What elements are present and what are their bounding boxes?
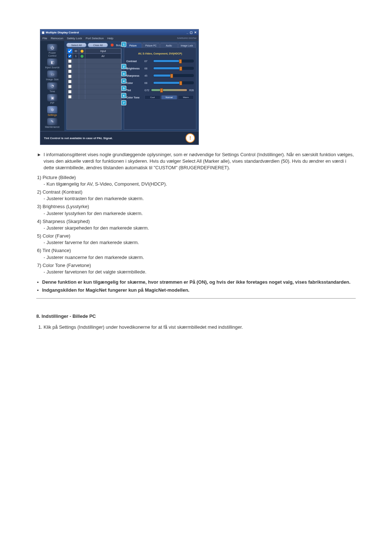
row-input: AV [85, 54, 121, 58]
item-title: Picture (Billede) [42, 175, 76, 180]
divider [36, 298, 356, 299]
display-grid[interactable]: ID Input 1 AV [66, 48, 122, 130]
busy-indicator-icon [111, 44, 114, 46]
bullet-item: Denne funktion er kun tilgængelig for sk… [37, 279, 356, 285]
item-title: Color (Farve) [42, 233, 70, 239]
tab-picture-pc[interactable]: Picture PC [142, 43, 160, 48]
tone-warm[interactable]: Warm [178, 95, 194, 100]
sharpness-control[interactable]: Sharpness 45 [126, 72, 194, 79]
color-tone-label: Color Tone [126, 96, 143, 99]
item-desc: - Kun tilgængelig for AV, S-Video, Compo… [44, 181, 356, 187]
brand-label: SAMSUNG DIGITall [177, 37, 196, 39]
item-num: 5) [37, 233, 41, 239]
contrast-slider[interactable] [153, 60, 194, 62]
sidebar-item-input-source[interactable]: ◧Input Source [44, 58, 60, 69]
table-row[interactable] [67, 69, 121, 74]
app-window: ▦Multiple Display Control _ ▢ ✕ File Rem… [40, 29, 199, 145]
busy-label: Busy [116, 44, 122, 46]
tint-control[interactable]: Tint G72 R28 [126, 87, 194, 93]
brightness-value: 68 [144, 67, 152, 70]
sidebar-item-image-size[interactable]: ▭Image Size [44, 70, 60, 81]
item-num: 1) [37, 175, 41, 180]
table-row[interactable] [67, 74, 121, 79]
arrow-icon: ▶ [38, 151, 41, 171]
sidebar-item-power-control[interactable]: ⏻Power Control [44, 44, 60, 57]
menu-help[interactable]: Help [107, 37, 113, 40]
item-title: Sharpness (Skarphed) [42, 219, 90, 224]
select-all-button[interactable]: Select All [66, 43, 86, 47]
table-row[interactable] [67, 79, 121, 84]
source-label: AV, S-Video, Component, DVI(HDCP) [126, 52, 194, 55]
window-controls[interactable]: _ ▢ ✕ [187, 31, 197, 34]
color-control[interactable]: Color 68 [126, 80, 194, 86]
callout-1: 1 [121, 42, 126, 47]
section-body: Klik på Settings (Indstillinger) under h… [36, 324, 356, 331]
sidebar-item-label: Power Control [48, 52, 57, 57]
menu-file[interactable]: File [42, 37, 47, 40]
item-title: Color Tone (Farvetone) [42, 263, 91, 268]
tab-picture[interactable]: Picture [124, 43, 142, 48]
menu-port-selection[interactable]: Port Selection [86, 37, 104, 40]
list-item: 5) Color (Farve)- Justerer farverne for … [37, 233, 356, 246]
item-num: 7) [37, 263, 41, 268]
item-desc: - Justerer skarpeheden for den markerede… [44, 225, 356, 231]
sidebar-item-label: Input Source [45, 66, 60, 69]
list-item: 2) Contrast (Kontrast)- Justerer kontras… [37, 189, 356, 202]
callout-2: 2 [121, 64, 126, 69]
tint-slider[interactable] [151, 89, 187, 92]
sharpness-slider[interactable] [153, 74, 194, 77]
bullet-item: Indgangskilden for MagicNet fungerer kun… [37, 287, 356, 293]
list-item: 3) Brightness (Lysstyrke)- Justerer lyss… [37, 203, 356, 216]
clear-all-button[interactable]: Clear All [88, 43, 108, 47]
callout-3: 3 [121, 71, 126, 76]
sidebar-item-pip[interactable]: ▣PIP [44, 94, 60, 105]
sidebar-item-label: PIP [50, 102, 54, 104]
app-icon: ▦ [42, 31, 45, 34]
tone-normal[interactable]: Normal [161, 95, 177, 100]
item-desc: - Justerer farvetonen for det valgte skæ… [44, 269, 356, 275]
intro-paragraph: I informationsgitteret vises nogle grund… [44, 151, 356, 171]
item-desc: - Justerer nuancerne for den markerede s… [44, 254, 356, 261]
color-slider[interactable] [153, 81, 194, 84]
item-desc: - Justerer farverne for den markerede sk… [44, 239, 356, 246]
tab-audio[interactable]: Audio [160, 43, 178, 48]
contrast-value: 67 [144, 60, 152, 62]
item-num: 2) [37, 189, 41, 195]
sharpness-label: Sharpness [126, 74, 143, 77]
sidebar-item-label: Time [49, 90, 55, 93]
menu-safety-lock[interactable]: Safety Lock [67, 37, 82, 40]
brightness-control[interactable]: Brightness 68 [126, 65, 194, 72]
section-title: 8. Indstillinger - Billede PC [36, 313, 356, 320]
tone-cool[interactable]: Cool [144, 95, 160, 100]
table-row[interactable] [67, 89, 121, 94]
tint-label: Tint [126, 89, 143, 92]
sidebar-item-label: Maintenance [45, 126, 60, 128]
tint-right-value: R28 [189, 89, 194, 92]
list-item: 6) Tint (Nuance)- Justerer nuancerne for… [37, 247, 356, 260]
table-row[interactable] [67, 94, 121, 100]
sidebar-item-time[interactable]: ◔Time [44, 82, 60, 93]
table-row[interactable] [67, 84, 121, 89]
table-row[interactable] [67, 59, 121, 64]
tint-left-value: G72 [144, 89, 149, 92]
numbered-list: 1) Picture (Billede)- Kun tilgængelig fo… [37, 174, 356, 276]
callout-5: 5 [121, 86, 126, 91]
menu-remocon[interactable]: Remocon [51, 37, 63, 40]
tab-image-lock[interactable]: Image Lock [178, 43, 196, 48]
info-icon: ! [185, 133, 195, 143]
contrast-control[interactable]: Contrast 67 [126, 58, 194, 64]
settings-panel: Picture Picture PC Audio Image Lock AV, … [124, 42, 196, 130]
brightness-slider[interactable] [153, 67, 194, 70]
sidebar-item-maintenance[interactable]: ✎Maintenance [44, 118, 60, 129]
bullet-list: Denne funktion er kun tilgængelig for sk… [37, 279, 356, 293]
grid-header-check[interactable] [67, 49, 73, 53]
item-num: 4) [37, 219, 41, 224]
section-step: Klik på Settings (Indstillinger) under h… [44, 324, 356, 331]
table-row[interactable] [67, 64, 121, 69]
table-row[interactable]: 1 AV [67, 54, 121, 59]
sidebar-item-settings[interactable]: ⚙Settings [44, 106, 60, 117]
item-num: 3) [37, 204, 41, 209]
sidebar-item-label: Image Size [46, 78, 58, 81]
callout-7: 7 [121, 100, 126, 105]
color-tone-control[interactable]: Color Tone Cool Normal Warm [126, 94, 194, 101]
